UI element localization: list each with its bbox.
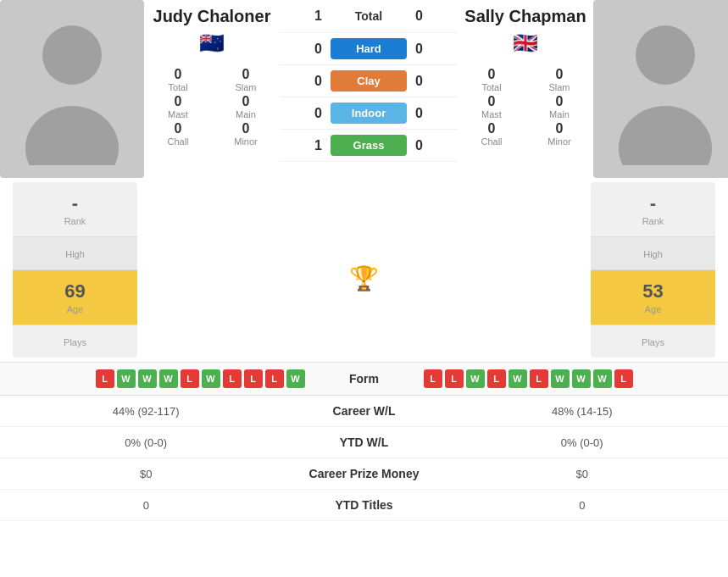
top-section: Judy Chaloner 🇳🇿 0 Total 0 Slam 0 Mast [0,0,728,178]
grass-row: 1 Grass 0 [280,130,458,162]
bottom-stat-row: 0% (0-0)YTD W/L0% (0-0) [0,427,728,458]
indoor-row: 0 Indoor 0 [280,97,458,130]
svg-point-3 [619,106,712,165]
left-player-wrapper: Judy Chaloner 🇳🇿 0 Total 0 Slam 0 Mast [144,0,280,150]
right-total-cell: 0 Total [464,67,519,92]
bstat-right-value: 48% (14-15) [449,405,716,418]
right-player-wrapper: Sally Chapman 🇬🇧 0 Total 0 Slam 0 Mast 0 [458,0,593,150]
left-player-name-section: Judy Chaloner 🇳🇿 [153,0,271,64]
bottom-stat-row: $0Career Prize Money$0 [0,458,728,490]
form-badge: W [138,369,157,388]
form-badge: L [96,369,114,388]
right-minor-cell: 0 Minor [532,121,586,147]
right-player-flag: 🇬🇧 [513,31,538,55]
form-badge: L [424,369,442,388]
left-player-flag: 🇳🇿 [199,31,225,55]
indoor-badge: Indoor [331,103,407,124]
left-player-name: Judy Chaloner [153,7,271,26]
right-plays-card: Plays [591,325,715,358]
form-badge: W [202,369,220,388]
middle-section: - Rank High 69 Age Plays 🏆 [0,178,728,362]
svg-point-2 [636,25,695,85]
hard-score-left: 0 [280,42,331,57]
bstat-right-value: 0 [449,499,716,512]
right-cards-container: - Rank High 53 Age Plays [591,182,715,358]
bstat-left-value: 0 [13,499,280,512]
grass-score-left: 1 [280,138,331,153]
right-form-badges: LLWLWLWWWL [415,369,720,388]
left-mast-cell: 0 Mast [151,94,205,119]
right-slam-cell: 0 Slam [532,67,586,92]
right-stat-cards: - Rank High 53 Age Plays [584,178,728,362]
hard-row: 0 Hard 0 [280,33,458,65]
form-badge: W [466,369,485,388]
svg-point-0 [42,25,102,85]
right-high-card: High [591,237,715,270]
form-badge: L [487,369,506,388]
court-rows: 1 Total 0 0 Hard 0 0 Clay 0 0 [280,0,458,162]
svg-point-1 [25,106,119,165]
left-total-cell: 0 Total [151,67,205,92]
form-badge: L [530,369,548,388]
right-player-photo [593,0,728,178]
clay-row: 0 Clay 0 [280,65,458,97]
hard-badge: Hard [331,38,407,59]
left-age-card: 69 Age [13,270,137,325]
indoor-score-left: 0 [280,106,331,121]
left-form-badges: LWWWLWLLLW [8,369,314,388]
hard-score-right: 0 [407,42,458,57]
indoor-score-right: 0 [407,106,458,121]
bstat-center-label: YTD Titles [280,498,449,512]
grass-badge: Grass [331,135,407,156]
total-row: 1 Total 0 [280,0,458,33]
bstat-left-value: 0% (0-0) [13,436,280,449]
form-badge: W [593,369,612,388]
left-high-card: High [13,237,137,270]
total-score-left: 1 [280,8,331,24]
right-main-cell: 0 Main [532,94,586,119]
left-slam-cell: 0 Slam [219,67,273,92]
clay-score-left: 0 [280,74,331,89]
center-middle: 🏆 [144,178,584,362]
form-badge: W [286,369,305,388]
bstat-center-label: Career Prize Money [280,467,449,480]
bstat-left-value: $0 [13,468,280,480]
form-badge: W [159,369,178,388]
form-label: Form [314,372,415,386]
grass-score-right: 0 [407,138,458,153]
form-badge: L [223,369,242,388]
bottom-stats: 44% (92-117)Career W/L48% (14-15)0% (0-0… [0,396,728,521]
bstat-center-label: YTD W/L [280,436,449,449]
form-section: LWWWLWLLLW Form LLWLWLWWWL [0,362,728,396]
main-container: Judy Chaloner 🇳🇿 0 Total 0 Slam 0 Mast [0,0,728,521]
left-stat-cards: - Rank High 69 Age Plays [0,178,144,362]
clay-score-right: 0 [407,74,458,89]
center-wrapper: 1 Total 0 0 Hard 0 0 Clay 0 0 [280,0,458,162]
total-badge: Total [331,5,407,27]
form-badge: L [445,369,464,388]
form-badge: W [508,369,527,388]
right-age-card: 53 Age [591,270,715,325]
bottom-stat-row: 44% (92-117)Career W/L48% (14-15) [0,396,728,427]
right-rank-card: - Rank [591,182,715,237]
left-minor-cell: 0 Minor [219,121,273,147]
trophy-icon: 🏆 [349,264,379,292]
total-score-right: 0 [407,8,458,24]
bottom-stat-row: 0YTD Titles0 [0,490,728,521]
form-badge: W [551,369,570,388]
left-chall-cell: 0 Chall [151,121,205,147]
left-rank-card: - Rank [13,182,137,237]
right-player-name: Sally Chapman [464,7,586,26]
left-plays-card: Plays [13,325,137,358]
right-titles-grid: 0 Total 0 Slam 0 Mast 0 Main 0 Chall [458,64,593,150]
bstat-right-value: $0 [449,468,716,480]
form-badge: L [244,369,263,388]
bstat-center-label: Career W/L [280,404,449,418]
right-chall-cell: 0 Chall [464,121,519,147]
right-player-name-section: Sally Chapman 🇬🇧 [464,0,586,64]
form-badge: L [181,369,199,388]
clay-badge: Clay [331,70,407,92]
form-badge: W [117,369,136,388]
left-main-cell: 0 Main [219,94,273,119]
form-badge: L [614,369,633,388]
